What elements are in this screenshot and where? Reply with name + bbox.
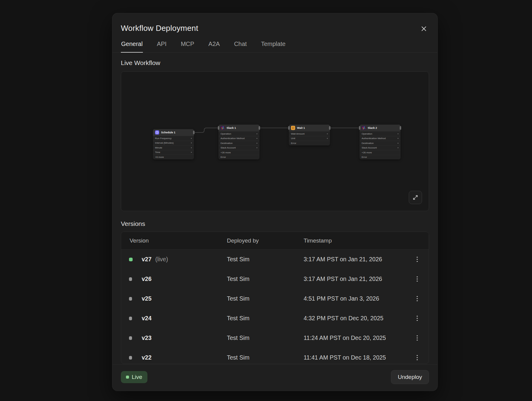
version-cell: v26 [142,275,227,282]
slack-icon [221,126,225,130]
workflow-node-schedule-1[interactable]: Schedule 1Run FrequencyInterval (Minutes… [153,129,194,159]
versions-table-header: VersionDeployed byTimestamp [121,232,429,249]
tab-mcp[interactable]: MCP [180,41,194,53]
node-field: Error [360,155,401,160]
timestamp-cell: 3:17 AM PST on Jan 21, 2026 [304,275,412,282]
row-menu-button[interactable] [412,293,423,304]
expand-icon [412,194,419,201]
row-menu-button[interactable] [412,254,423,265]
row-menu-button[interactable] [412,333,423,344]
field-handle-icon [398,138,398,139]
workflow-node-wait-1[interactable]: Wait 1Wait AmountUnitError [289,125,330,145]
table-row: v24Test Sim4:32 PM PST on Dec 20, 2025 [121,308,429,328]
node-body: Wait AmountUnitError [289,131,330,145]
version-cell: v23 [142,334,227,341]
node-field: Wait Amount [289,131,330,136]
deployed-by-cell: Test Sim [227,334,304,341]
field-handle-icon [191,147,192,148]
workflow-canvas[interactable]: Schedule 1Run FrequencyInterval (Minutes… [121,71,429,211]
timestamp-cell: 4:51 PM PST on Jan 3, 2026 [304,295,412,302]
node-field: +26 more [360,150,401,155]
node-field: Time [153,150,194,155]
output-port[interactable] [329,126,330,130]
deployed-by-cell: Test Sim [227,256,304,263]
tab-a2a[interactable]: A2A [208,41,220,53]
input-port[interactable] [288,126,290,130]
version-status-dot [129,277,132,281]
row-menu-button[interactable] [412,274,423,285]
table-row: v22Test Sim11:41 AM PST on Dec 18, 2025 [121,348,429,364]
table-row: v23Test Sim11:24 AM PST on Dec 20, 2025 [121,328,429,348]
version-status-dot [129,297,132,301]
tab-chat[interactable]: Chat [234,41,247,53]
deployed-by-cell: Test Sim [227,354,304,361]
kebab-icon [417,335,418,341]
node-title: Schedule 1 [161,131,176,134]
node-field: +6 more [153,155,194,159]
node-body: OperationAuthentication MethodDestinatio… [360,131,401,159]
node-field: Operation [218,131,260,136]
node-field: +26 more [218,150,260,155]
tab-api[interactable]: API [156,41,167,53]
undeploy-button[interactable]: Undeploy [391,370,429,384]
timestamp-cell: 11:41 AM PST on Dec 18, 2025 [304,354,412,361]
version-cell: v24 [142,315,227,322]
kebab-icon [417,257,418,262]
close-icon [421,25,427,32]
kebab-icon [417,296,418,302]
versions-table: VersionDeployed byTimestamp v27 (live)Te… [121,232,429,364]
timestamp-cell: 3:17 AM PST on Jan 21, 2026 [304,256,412,263]
version-status-dot [129,258,133,261]
field-handle-icon [327,133,328,134]
modal-title: Workflow Deployment [121,24,198,33]
slack-icon [362,126,366,130]
node-field: Interval (Minutes) [153,141,194,145]
live-workflow-heading: Live Workflow [121,59,429,67]
deployed-by-cell: Test Sim [227,275,304,282]
modal-footer: Live Undeploy [112,364,437,391]
live-status-dot-icon [126,376,129,379]
deployed-by-cell: Test Sim [227,295,304,302]
column-header-timestamp: Timestamp [304,237,429,244]
output-port[interactable] [259,126,260,130]
tab-general[interactable]: General [121,41,143,53]
node-field: Minute [153,145,194,150]
timestamp-cell: 11:24 AM PST on Dec 20, 2025 [304,334,412,341]
node-field: Slack Account [360,145,401,150]
field-handle-icon [398,143,398,144]
workflow-deployment-modal: Workflow Deployment GeneralAPIMCPA2AChat… [112,13,438,391]
kebab-icon [417,316,418,321]
field-handle-icon [398,147,398,148]
workflow-node-slack-2[interactable]: Slack 2OperationAuthentication MethodDes… [360,125,401,159]
field-handle-icon [256,138,257,139]
node-field: Run Frequency [153,136,194,141]
field-handle-icon [191,138,192,139]
node-field: Error [289,141,330,145]
output-port[interactable] [193,131,195,134]
node-field: Unit [289,136,330,141]
field-handle-icon [256,143,257,144]
input-port[interactable] [218,126,219,130]
row-menu-button[interactable] [412,352,423,363]
node-title: Wait 1 [297,126,305,129]
version-status-dot [129,336,132,340]
output-port[interactable] [400,126,401,130]
wait-icon [291,126,295,130]
tab-template[interactable]: Template [261,41,286,53]
workflow-node-slack-1[interactable]: Slack 1OperationAuthentication MethodDes… [218,125,260,159]
field-handle-icon [256,133,257,134]
node-header: Wait 1 [289,125,330,131]
node-field: Slack Account [218,145,260,150]
clock-icon [155,130,159,135]
node-field: Destination [360,141,401,145]
close-button[interactable] [419,24,428,33]
row-menu-button[interactable] [412,313,423,324]
expand-button[interactable] [409,191,422,204]
node-body: OperationAuthentication MethodDestinatio… [218,131,260,159]
input-port[interactable] [359,126,360,130]
node-body: Run FrequencyInterval (Minutes)MinuteTim… [153,136,194,159]
table-row: v25Test Sim4:51 PM PST on Jan 3, 2026 [121,289,429,308]
timestamp-cell: 4:32 PM PST on Dec 20, 2025 [304,315,412,322]
modal-content: Live Workflow Schedule 1Run FrequencyInt… [112,53,437,364]
column-header-version: Version [130,237,227,244]
